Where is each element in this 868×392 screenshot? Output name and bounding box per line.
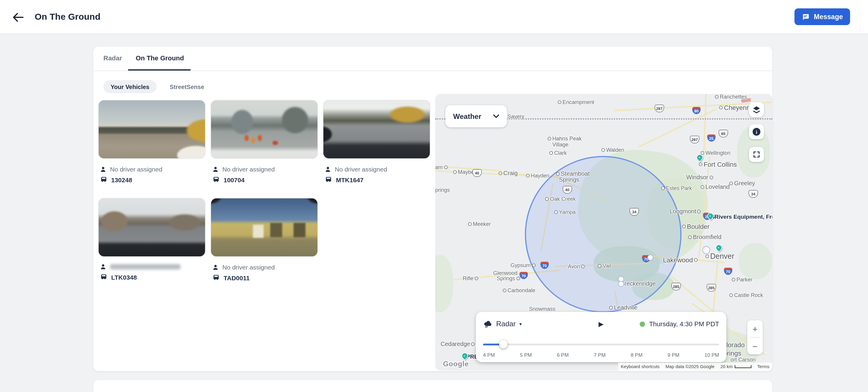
next-section-card: [93, 380, 772, 392]
play-button[interactable]: ▶: [599, 320, 604, 328]
map-label: Oak Creek: [545, 196, 576, 202]
info-button[interactable]: i: [749, 124, 764, 139]
vehicle-card[interactable]: No driver assigned MTK1647: [323, 100, 429, 184]
redacted-driver-name: [110, 264, 181, 269]
fullscreen-icon: [753, 151, 761, 158]
vehicle-id: TAD0011: [224, 274, 250, 281]
vehicle-id: MTK1647: [336, 176, 364, 183]
map-label: Castle Rock: [729, 292, 763, 298]
interstate-shield-icon: 80: [692, 107, 701, 114]
time-slider[interactable]: [483, 340, 719, 348]
chip-your-vehicles[interactable]: Your Vehicles: [103, 80, 157, 93]
info-icon: i: [753, 128, 761, 136]
driver-icon: [212, 264, 219, 270]
google-logo: Google: [443, 360, 469, 368]
map-label: Rifle: [463, 275, 478, 282]
vehicle-icon: [212, 176, 220, 184]
time-tick-row: 4 PM 5 PM 6 PM 7 PM 8 PM 9 PM 10 PM: [483, 352, 719, 358]
driver-label: No driver assigned: [222, 264, 275, 271]
map-label: Boulder: [682, 223, 710, 230]
map-label: Savery: [507, 113, 524, 120]
map-label: Encampment: [558, 99, 594, 105]
map-label: Lakewood: [663, 256, 698, 264]
map-label: Steamboat: [556, 170, 590, 177]
map-label: Longmont: [670, 208, 701, 215]
us-route-shield-icon: 40: [472, 169, 482, 177]
time-tick: 9 PM: [668, 352, 679, 358]
vehicle-id: 100704: [224, 176, 245, 183]
us-route-shield-icon: 287: [690, 136, 700, 143]
status-dot: [640, 321, 645, 327]
map-label: Springs: [559, 176, 579, 183]
weather-dropdown[interactable]: Weather: [445, 105, 507, 127]
map-label: Breckenridge: [621, 280, 656, 287]
map-marker-circle[interactable]: [703, 246, 710, 254]
slider-thumb[interactable]: [499, 340, 507, 348]
vehicle-id: 130248: [111, 176, 132, 183]
map-pin-icon[interactable]: [714, 243, 723, 252]
vehicle-thumbnail[interactable]: [210, 100, 318, 159]
radar-layer-dropdown[interactable]: Radar ▾: [483, 319, 522, 328]
vehicle-thumbnail[interactable]: [323, 100, 430, 159]
map-label: Denver: [705, 252, 734, 261]
timestamp-display: Thursday, 4:30 PM PDT: [640, 320, 719, 327]
vehicle-icon: [324, 176, 332, 184]
vehicle-icon: [100, 176, 107, 184]
vehicle-thumbnail[interactable]: [210, 198, 318, 257]
us-route-shield-icon: 285: [671, 283, 681, 290]
map-label: Ranchettes: [715, 94, 747, 100]
slider-track: [483, 344, 719, 346]
chat-icon: [802, 13, 810, 21]
us-route-shield-icon: 85: [718, 130, 728, 137]
caret-down-icon: ▾: [519, 321, 522, 327]
chevron-down-icon: [493, 114, 499, 118]
top-bar: On The Ground Message: [0, 0, 868, 34]
vehicle-grid: No driver assigned 130248 No driver assi…: [98, 100, 429, 282]
map-label: am: [435, 164, 447, 170]
road: [703, 94, 707, 157]
message-button[interactable]: Message: [795, 8, 850, 25]
driver-icon: [100, 264, 106, 270]
map-label: Clark: [549, 150, 567, 156]
message-button-label: Message: [814, 13, 843, 20]
map-label: Yampa: [554, 209, 576, 215]
map-canvas[interactable]: Weather i + −: [435, 94, 772, 370]
vehicle-icon: [100, 273, 107, 281]
arrow-left-icon: [12, 11, 25, 24]
active-tab-underline: [128, 69, 191, 70]
zoom-control: + −: [747, 320, 763, 354]
vehicle-card[interactable]: LTK0348: [98, 198, 205, 282]
vehicle-card[interactable]: No driver assigned 130248: [98, 100, 205, 184]
map-label: Meeker: [468, 221, 491, 227]
map-label: Craig: [499, 170, 518, 176]
map-label: Glenwood: [493, 270, 517, 276]
zoom-out-button[interactable]: −: [747, 338, 763, 354]
map-label: Loveland: [701, 184, 730, 190]
layers-button[interactable]: [749, 102, 764, 117]
map-label: Parker: [732, 277, 752, 283]
fullscreen-button[interactable]: [749, 147, 764, 162]
map-label: Walden: [601, 147, 624, 153]
vehicle-card[interactable]: No driver assigned TAD0011: [210, 198, 317, 282]
terms-link[interactable]: Terms: [754, 363, 772, 370]
time-tick: 6 PM: [557, 352, 569, 358]
vehicle-thumbnail[interactable]: [98, 100, 206, 159]
map-marker-circle[interactable]: [647, 255, 653, 261]
zoom-in-button[interactable]: +: [747, 320, 763, 337]
vehicle-card[interactable]: No driver assigned 100704: [210, 100, 317, 184]
map-scale: 20 km: [717, 363, 754, 370]
driver-label: No driver assigned: [335, 166, 387, 173]
vehicle-thumbnail[interactable]: [98, 198, 206, 257]
chip-streetsense[interactable]: StreetSense: [163, 80, 212, 93]
map-label: Broomfield: [688, 234, 721, 240]
keyboard-shortcuts-link[interactable]: Keyboard shortcuts: [618, 363, 662, 370]
tab-on-the-ground[interactable]: On The Ground: [136, 54, 184, 62]
map-label: Wellington: [701, 150, 731, 156]
driver-label: No driver assigned: [222, 166, 275, 173]
map-marker-circle[interactable]: [618, 281, 624, 287]
page-title: On The Ground: [35, 11, 100, 22]
forest-area: [739, 243, 772, 279]
map-label: Windsor: [686, 174, 713, 181]
tab-radar[interactable]: Radar: [103, 54, 122, 62]
back-button[interactable]: [12, 11, 25, 24]
